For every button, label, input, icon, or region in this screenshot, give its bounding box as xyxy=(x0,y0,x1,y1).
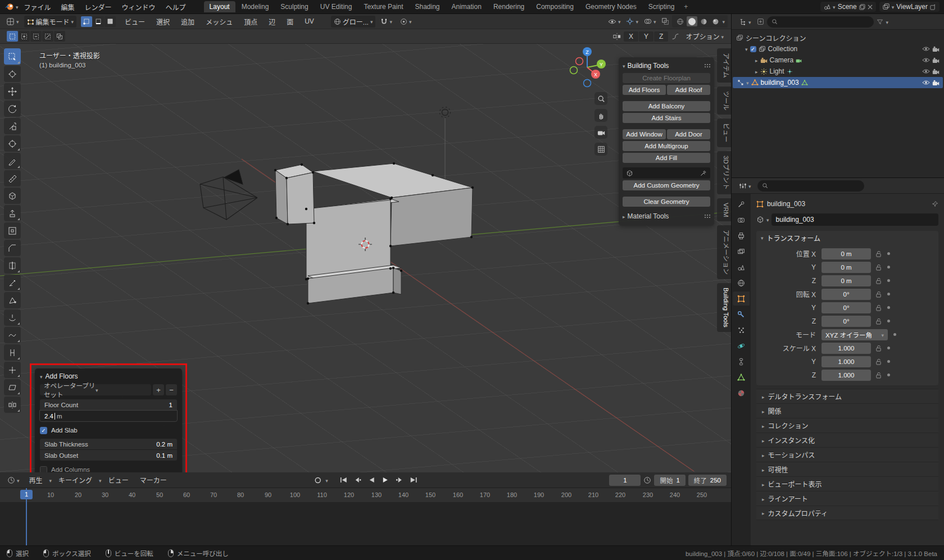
select-invert-button[interactable] xyxy=(42,31,53,42)
tab-modifiers[interactable] xyxy=(733,307,750,321)
menu-face[interactable]: 面 xyxy=(282,16,298,28)
collapse-arrow-icon[interactable] xyxy=(40,372,43,380)
transform-panel-header[interactable]: トランスフォーム xyxy=(756,231,938,244)
menu-uv[interactable]: UV xyxy=(300,16,319,26)
npanel-tab-tool[interactable]: ツール xyxy=(717,86,731,115)
animate-dot-icon[interactable] xyxy=(887,306,890,309)
select-intersect-button[interactable] xyxy=(54,31,65,42)
chevron-down-icon[interactable] xyxy=(16,3,19,11)
playhead-frame-badge[interactable]: 1 xyxy=(20,490,33,499)
npanel-tab-3dprint[interactable]: 3Dプリント xyxy=(717,151,731,194)
menu-render[interactable]: レンダー xyxy=(80,1,116,13)
animate-dot-icon[interactable] xyxy=(887,266,890,268)
new-scene-icon[interactable] xyxy=(859,4,865,10)
mirror-y-button[interactable]: Y xyxy=(639,31,653,42)
chevron-down-icon[interactable] xyxy=(886,18,889,26)
menu-edge[interactable]: 辺 xyxy=(264,16,280,28)
object-name-field[interactable]: building_003 xyxy=(771,213,938,226)
menu-select[interactable]: 選択 xyxy=(152,16,174,28)
section-visibility[interactable]: 可視性 xyxy=(756,462,938,476)
collapse-arrow-icon[interactable] xyxy=(623,62,625,70)
rotation-x-field[interactable]: 0° xyxy=(822,289,871,300)
tool-knife[interactable] xyxy=(4,275,21,291)
clear-geometry-button[interactable]: Clear Geometry xyxy=(623,197,710,207)
add-roof-button[interactable]: Add Roof xyxy=(667,85,710,95)
collapse-arrow-icon[interactable] xyxy=(623,212,625,220)
camera-object[interactable] xyxy=(200,170,257,220)
lock-icon[interactable] xyxy=(875,372,882,379)
menu-add[interactable]: 追加 xyxy=(176,16,199,28)
render-camera-icon[interactable] xyxy=(932,80,940,86)
location-z-field[interactable]: 0 m xyxy=(822,275,871,286)
tool-annotate[interactable] xyxy=(4,153,21,169)
proportional-edit-toggle[interactable] xyxy=(397,16,415,26)
floor-height-field[interactable]: 2.4 m xyxy=(40,411,177,421)
add-custom-geometry-button[interactable]: Add Custom Geometry xyxy=(623,180,710,190)
snap-toggle[interactable] xyxy=(378,16,395,26)
properties-editor-type-button[interactable] xyxy=(736,181,754,191)
workspace-tab-rendering[interactable]: Rendering xyxy=(488,1,530,12)
expand-arrow-icon[interactable] xyxy=(755,56,758,64)
chevron-down-icon[interactable] xyxy=(325,476,328,484)
outliner-search-input[interactable] xyxy=(767,16,874,28)
tool-rip-region[interactable] xyxy=(4,397,21,413)
expand-arrow-icon[interactable] xyxy=(746,79,749,86)
animate-dot-icon[interactable] xyxy=(887,347,890,349)
add-door-button[interactable]: Add Door xyxy=(667,129,710,139)
edge-select-button[interactable] xyxy=(93,16,104,27)
tool-spin[interactable] xyxy=(4,309,21,326)
add-workspace-button[interactable]: + xyxy=(680,1,691,12)
rotation-mode-dropdown[interactable]: XYZ オイラー角 xyxy=(822,329,888,340)
animate-dot-icon[interactable] xyxy=(887,293,890,295)
custom-geometry-object-field[interactable] xyxy=(623,167,710,179)
menu-view-timeline[interactable]: ビュー xyxy=(104,474,133,486)
panel-grip-icon[interactable] xyxy=(705,215,710,218)
eyedropper-icon[interactable] xyxy=(700,170,707,176)
building-tools-title[interactable]: Building Tools xyxy=(628,62,702,70)
section-line-art[interactable]: ラインアート xyxy=(756,491,938,506)
transform-orientation-dropdown[interactable]: グロー... xyxy=(331,16,376,28)
section-instancing[interactable]: インスタンス化 xyxy=(756,432,938,447)
chevron-down-icon[interactable] xyxy=(766,216,769,224)
animate-dot-icon[interactable] xyxy=(887,360,890,363)
menu-edit[interactable]: 編集 xyxy=(57,1,79,13)
section-motion-paths[interactable]: モーションパス xyxy=(756,447,938,462)
scale-z-field[interactable]: 1.000 xyxy=(822,370,871,381)
add-stairs-button[interactable]: Add Stairs xyxy=(623,113,710,123)
workspace-tab-animation[interactable]: Animation xyxy=(446,1,487,12)
shading-solid-button[interactable] xyxy=(687,16,697,26)
tab-tool[interactable] xyxy=(733,197,750,211)
options-dropdown[interactable]: オプション xyxy=(683,30,727,42)
blender-logo-icon[interactable] xyxy=(4,3,15,11)
slab-thickness-field[interactable]: Slab Thickness 0.2 m xyxy=(40,439,177,449)
operator-preset-dropdown[interactable]: オペレータープリセット xyxy=(40,384,151,395)
workspace-tab-compositing[interactable]: Compositing xyxy=(530,1,579,12)
panel-grip-icon[interactable] xyxy=(705,64,710,68)
slab-outset-field[interactable]: Slab Outset 0.1 m xyxy=(40,450,177,461)
play-reverse-button[interactable] xyxy=(365,475,378,486)
select-subtract-button[interactable] xyxy=(30,31,42,42)
add-slab-checkbox[interactable] xyxy=(40,427,47,434)
toggle-ortho-button[interactable] xyxy=(594,143,607,156)
tool-shear[interactable] xyxy=(4,379,21,395)
add-fill-button[interactable]: Add Fill xyxy=(623,153,710,163)
tool-smooth[interactable] xyxy=(4,327,21,343)
add-preset-button[interactable] xyxy=(153,384,164,395)
outliner-row-building-003[interactable]: building_003 xyxy=(733,77,943,88)
editor-type-button[interactable] xyxy=(3,16,22,27)
tool-select-box[interactable] xyxy=(4,48,21,65)
workspace-tab-scripting[interactable]: Scripting xyxy=(643,1,680,12)
add-multigroup-button[interactable]: Add Multigroup xyxy=(623,141,710,151)
section-relations[interactable]: 関係 xyxy=(756,403,938,418)
tab-physics[interactable] xyxy=(733,339,750,353)
workspace-tab-texture-paint[interactable]: Texture Paint xyxy=(358,1,409,12)
add-balcony-button[interactable]: Add Balcony xyxy=(623,101,710,111)
scene-selector[interactable]: Scene xyxy=(820,2,876,12)
tab-data[interactable] xyxy=(733,370,750,384)
tool-cursor[interactable] xyxy=(4,66,21,82)
select-set-button[interactable] xyxy=(7,31,18,42)
tool-inset[interactable] xyxy=(4,222,21,239)
menu-help[interactable]: ヘルプ xyxy=(161,1,190,13)
lock-icon[interactable] xyxy=(875,264,882,271)
outliner-row-light[interactable]: Light xyxy=(733,66,943,77)
